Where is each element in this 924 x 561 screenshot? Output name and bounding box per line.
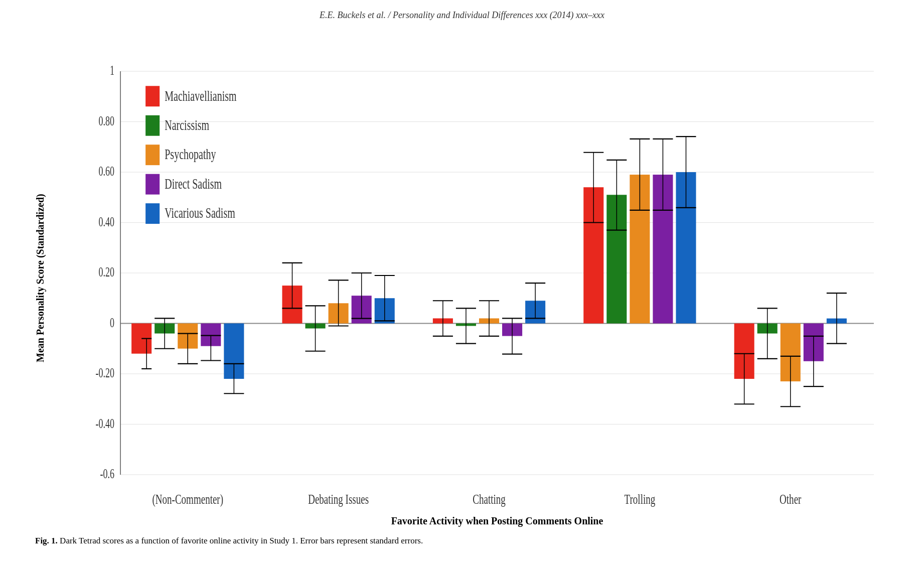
- svg-text:0: 0: [110, 315, 114, 330]
- svg-text:0.20: 0.20: [99, 265, 115, 279]
- figure-caption-text: Dark Tetrad scores as a function of favo…: [60, 536, 423, 545]
- svg-rect-100: [145, 86, 160, 106]
- svg-text:1: 1: [110, 63, 114, 78]
- plot-area: 1 0.80 0.60 0.40 0.20 0 -0.20 -0.40 -0.6: [80, 35, 884, 511]
- svg-text:(Non-Commenter): (Non-Commenter): [152, 492, 223, 507]
- svg-rect-108: [145, 203, 160, 224]
- x-axis-label: Favorite Activity when Posting Comments …: [100, 515, 894, 527]
- svg-text:Other: Other: [780, 492, 801, 507]
- svg-text:0.40: 0.40: [99, 214, 115, 229]
- svg-rect-104: [145, 145, 160, 165]
- svg-text:Trolling: Trolling: [625, 492, 656, 507]
- chart-container: Mean Personality Score (Standardized): [30, 30, 894, 527]
- svg-text:Debating Issues: Debating Issues: [308, 492, 369, 507]
- svg-rect-102: [145, 115, 160, 136]
- svg-text:-0.20: -0.20: [96, 366, 115, 380]
- svg-text:0.60: 0.60: [99, 164, 115, 179]
- svg-text:Direct Sadism: Direct Sadism: [165, 176, 222, 192]
- header-citation: E.E. Buckels et al. / Personality and In…: [320, 10, 604, 21]
- y-axis-label: Mean Personality Score (Standardized): [30, 30, 50, 527]
- svg-text:-0.6: -0.6: [100, 467, 115, 481]
- svg-text:Chatting: Chatting: [473, 492, 506, 507]
- svg-text:Machiavellianism: Machiavellianism: [165, 88, 237, 104]
- svg-rect-106: [145, 174, 160, 195]
- svg-text:0.80: 0.80: [99, 114, 115, 128]
- svg-text:Narcissism: Narcissism: [165, 117, 209, 133]
- svg-text:-0.40: -0.40: [96, 416, 115, 431]
- svg-text:Psychopathy: Psychopathy: [165, 147, 216, 163]
- figure-caption: Fig. 1. Dark Tetrad scores as a function…: [30, 536, 894, 546]
- chart-svg: 1 0.80 0.60 0.40 0.20 0 -0.20 -0.40 -0.6: [80, 35, 884, 511]
- figure-label: Fig. 1.: [35, 536, 58, 545]
- svg-text:Vicarious Sadism: Vicarious Sadism: [165, 205, 235, 221]
